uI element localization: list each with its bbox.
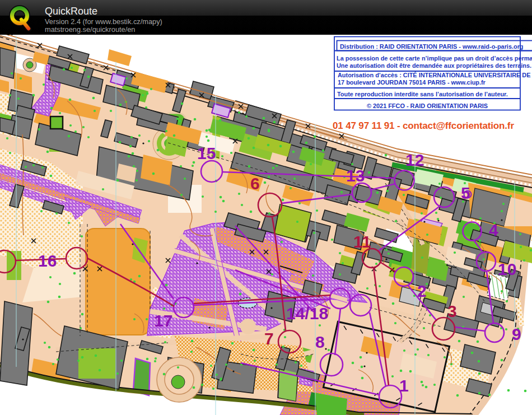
svg-text:La possession de cette carte n: La possession de cette carte n’implique … (337, 55, 532, 62)
svg-text:14/18: 14/18 (286, 304, 328, 323)
svg-text:4: 4 (489, 221, 498, 239)
svg-text:15: 15 (197, 144, 216, 162)
svg-text:6: 6 (250, 174, 260, 193)
svg-text:2: 2 (417, 282, 427, 300)
svg-text:8: 8 (315, 333, 325, 351)
svg-text:11: 11 (353, 232, 371, 251)
svg-text:16: 16 (38, 251, 57, 270)
svg-text:QuickRoute: QuickRoute (45, 6, 97, 17)
svg-text:12: 12 (405, 151, 424, 169)
svg-text:Autorisation d’accès : CITÉ IN: Autorisation d’accès : CITÉ INTERNATIONA… (338, 72, 531, 78)
svg-text:17: 17 (154, 311, 172, 330)
svg-text:01 47 97 11 91 - contact@ffcor: 01 47 97 11 91 - contact@ffcorientation.… (333, 120, 514, 131)
svg-text:3: 3 (447, 302, 457, 320)
svg-text:13: 13 (346, 166, 365, 185)
svg-text:© 2021 FFCO - RAID ORIENTATION: © 2021 FFCO - RAID ORIENTATION PARIS (367, 102, 488, 109)
svg-text:matstroeng.se/quickroute/en: matstroeng.se/quickroute/en (45, 25, 135, 34)
svg-text:Toute reproduction interdite s: Toute reproduction interdite sans l’auto… (337, 91, 508, 97)
svg-text:5: 5 (461, 184, 470, 202)
svg-text:Distribution : RAID ORIENTATIO: Distribution : RAID ORIENTATION PARIS - … (340, 43, 524, 50)
svg-text:1: 1 (399, 376, 409, 395)
svg-text:7: 7 (264, 329, 274, 348)
svg-text:Une autorisation doit être dem: Une autorisation doit être demandée aux … (337, 62, 531, 69)
svg-text:17 boulevard JOURDAN 75014 PAR: 17 boulevard JOURDAN 75014 PARIS - www.c… (338, 79, 486, 86)
svg-text:9: 9 (512, 325, 521, 343)
svg-text:Version 2.4 (for www.bestik.c: Version 2.4 (for www.bestik.cz/mapy) (45, 17, 162, 26)
svg-text:10: 10 (498, 260, 516, 278)
